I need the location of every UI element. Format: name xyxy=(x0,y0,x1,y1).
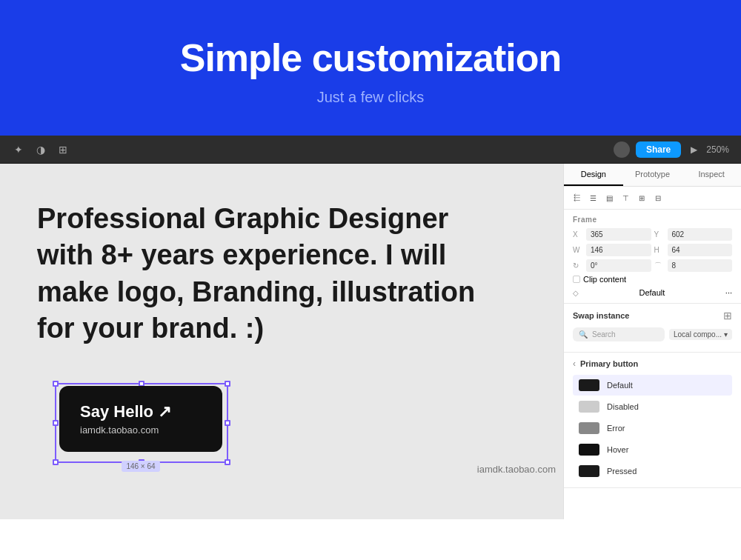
toolbar-left: ✦ ◑ ⊞ xyxy=(12,143,70,156)
option-name-hover: Hover xyxy=(607,445,628,454)
swap-title: Swap instance xyxy=(573,311,629,320)
canvas-area: Professional Graphic Designer with 8+ ye… xyxy=(0,164,741,519)
say-hello-wrapper: Say Hello ↗ iamdk.taobao.com 146 × 64 xyxy=(59,386,222,472)
component-icon: ⊞ xyxy=(56,143,70,156)
tab-design[interactable]: Design xyxy=(564,164,623,186)
search-row: 🔍 Search xyxy=(573,327,665,341)
prop-radius: ⌒ 8 xyxy=(654,259,733,272)
handle-tr[interactable] xyxy=(225,381,230,387)
back-icon[interactable]: ‹ xyxy=(573,359,576,369)
x-label: X xyxy=(573,230,583,239)
chevron-icon: ▾ xyxy=(724,330,728,339)
radius-value[interactable]: 8 xyxy=(668,259,733,272)
local-comp-label: Local compo... xyxy=(674,330,722,339)
option-disabled[interactable]: Disabled xyxy=(573,396,732,417)
more-icon[interactable]: ··· xyxy=(725,288,732,297)
h-label: H xyxy=(654,246,665,254)
handle-r[interactable] xyxy=(225,420,230,426)
contrast-icon: ◑ xyxy=(34,143,47,156)
clip-label: Clip content xyxy=(583,275,626,284)
y-label: Y xyxy=(654,230,665,239)
say-hello-button[interactable]: Say Hello ↗ iamdk.taobao.com xyxy=(59,386,222,452)
play-icon: ▶ xyxy=(687,143,700,156)
align-center-icon[interactable]: ☰ xyxy=(586,191,599,204)
frame-section: Frame X 365 Y 602 W 146 H xyxy=(564,210,741,304)
clip-content-row: Clip content xyxy=(573,275,732,284)
option-name-disabled: Disabled xyxy=(607,402,639,411)
watermark: iamdk.taobao.com xyxy=(477,464,556,475)
search-icon: 🔍 xyxy=(579,330,588,339)
swatch-default xyxy=(579,379,599,391)
distribute-icon[interactable]: ⊟ xyxy=(651,191,665,204)
prop-h: H 64 xyxy=(654,244,733,256)
primary-label: Primary button xyxy=(580,359,638,368)
panel-toolbar: ⬱ ☰ ▤ ⊤ ⊞ ⊟ xyxy=(564,187,741,210)
grid-icon[interactable]: ⊞ xyxy=(723,310,732,321)
y-value[interactable]: 602 xyxy=(668,228,733,241)
app-toolbar: ✦ ◑ ⊞ Share ▶ 250% xyxy=(0,136,741,164)
toolbar-right: Share ▶ 250% xyxy=(614,141,729,158)
canvas-text: Professional Graphic Designer with 8+ ye… xyxy=(22,186,504,347)
panel-tabs: Design Prototype Inspect xyxy=(564,164,741,187)
prop-x: X 365 xyxy=(573,228,651,241)
diamond-icon: ◇ xyxy=(573,289,579,297)
w-value[interactable]: 146 xyxy=(586,244,651,256)
swatch-error xyxy=(579,422,599,434)
swatch-hover xyxy=(579,444,599,456)
main-canvas[interactable]: Professional Graphic Designer with 8+ ye… xyxy=(0,164,563,519)
tab-prototype[interactable]: Prototype xyxy=(623,164,682,186)
handle-tl[interactable] xyxy=(53,381,59,387)
handle-bl[interactable] xyxy=(53,459,59,465)
hero-section: Simple customization Just a few clicks xyxy=(0,0,741,136)
handle-l[interactable] xyxy=(53,420,59,426)
option-hover[interactable]: Hover xyxy=(573,439,732,460)
share-button[interactable]: Share xyxy=(636,141,681,158)
search-input[interactable]: Search xyxy=(592,330,659,339)
swatch-disabled xyxy=(579,401,599,413)
vector-icon: ✦ xyxy=(12,143,25,156)
tab-inspect[interactable]: Inspect xyxy=(682,164,741,186)
option-default[interactable]: Default xyxy=(573,375,732,396)
say-hello-sub: iamdk.taobao.com xyxy=(80,424,202,436)
clip-checkbox[interactable] xyxy=(573,276,580,283)
h-value[interactable]: 64 xyxy=(668,244,733,256)
align-middle-icon[interactable]: ⊞ xyxy=(635,191,648,204)
option-pressed[interactable]: Pressed xyxy=(573,461,732,481)
app-mockup: ✦ ◑ ⊞ Share ▶ 250% Professional Graphic … xyxy=(0,136,741,519)
local-comp-dropdown[interactable]: Local compo... ▾ xyxy=(669,329,732,340)
rotation-value[interactable]: 0° xyxy=(586,259,651,272)
prop-y: Y 602 xyxy=(654,228,733,241)
hero-title: Simple customization xyxy=(15,36,726,80)
canvas-content: Professional Graphic Designer with 8+ ye… xyxy=(22,186,563,519)
option-name-default: Default xyxy=(607,381,633,390)
swap-header: Swap instance ⊞ xyxy=(573,310,732,321)
option-error[interactable]: Error xyxy=(573,418,732,439)
zoom-label: 250% xyxy=(706,144,729,155)
swap-section: Swap instance ⊞ 🔍 Search Local compo... … xyxy=(564,304,741,353)
back-row: ‹ Primary button xyxy=(573,359,732,369)
radius-label: ⌒ xyxy=(654,261,665,271)
primary-section: ‹ Primary button Default Disabled Error xyxy=(564,353,741,488)
frame-size-label: 146 × 64 xyxy=(122,461,159,472)
frame-props: X 365 Y 602 W 146 H 64 xyxy=(573,228,732,272)
avatar xyxy=(614,141,630,158)
options-list: Default Disabled Error Hover xyxy=(573,375,732,481)
w-label: W xyxy=(573,246,583,254)
x-value[interactable]: 365 xyxy=(586,228,651,241)
swatch-pressed xyxy=(579,465,599,477)
option-name-pressed: Pressed xyxy=(607,467,637,476)
default-label: Default xyxy=(639,288,665,297)
handle-br[interactable] xyxy=(225,459,230,465)
align-right-icon[interactable]: ▤ xyxy=(602,191,616,204)
rotation-label: ↻ xyxy=(573,261,583,270)
prop-w: W 146 xyxy=(573,244,651,256)
hero-subtitle: Just a few clicks xyxy=(15,89,726,106)
align-left-icon[interactable]: ⬱ xyxy=(570,191,583,204)
prop-rotation: ↻ 0° xyxy=(573,259,651,272)
frame-label: Frame xyxy=(573,216,732,224)
right-panel: Design Prototype Inspect ⬱ ☰ ▤ ⊤ ⊞ ⊟ Fra… xyxy=(563,164,741,519)
say-hello-text: Say Hello ↗ xyxy=(80,402,202,421)
option-name-error: Error xyxy=(607,424,625,433)
align-top-icon[interactable]: ⊤ xyxy=(619,191,632,204)
default-row: ◇ Default ··· xyxy=(573,288,732,297)
